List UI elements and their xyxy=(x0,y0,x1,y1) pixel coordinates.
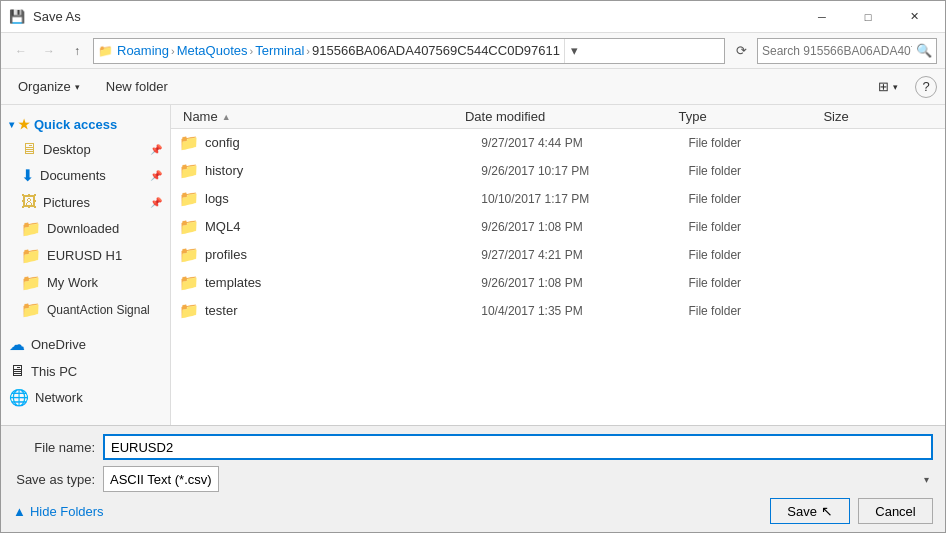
breadcrumb: Roaming › MetaQuotes › Terminal › 915566… xyxy=(117,43,560,58)
documents-folder-icon: ⬇ xyxy=(21,166,34,185)
button-row: ▲ Hide Folders Save ↖ Cancel xyxy=(13,498,933,524)
view-icon: ⊞ xyxy=(878,79,889,94)
file-date: 9/26/2017 1:08 PM xyxy=(481,220,688,234)
crumb-current: 915566BA06ADA407569C544CC0D97611 xyxy=(312,43,560,58)
table-row[interactable]: 📁 profiles 9/27/2017 4:21 PM File folder xyxy=(171,241,945,269)
sidebar-item-desktop-label: Desktop xyxy=(43,142,91,157)
file-name: profiles xyxy=(205,247,481,262)
sidebar-item-desktop[interactable]: 🖥 Desktop 📌 xyxy=(1,136,170,162)
my-work-folder-icon: 📁 xyxy=(21,273,41,292)
new-folder-label: New folder xyxy=(106,79,168,94)
sidebar-item-onedrive-label: OneDrive xyxy=(31,337,86,352)
back-button[interactable]: ← xyxy=(9,39,33,63)
main-content: ▾ ★ Quick access 🖥 Desktop 📌 ⬇ Documents… xyxy=(1,105,945,425)
minimize-button[interactable]: ─ xyxy=(799,1,845,33)
window-icon: 💾 xyxy=(9,9,25,25)
table-row[interactable]: 📁 templates 9/26/2017 1:08 PM File folde… xyxy=(171,269,945,297)
help-button[interactable]: ? xyxy=(915,76,937,98)
folder-icon: 📁 xyxy=(179,189,199,208)
saveas-label: Save as type: xyxy=(13,472,103,487)
crumb-sep-2: › xyxy=(250,45,254,57)
saveas-select[interactable]: ASCII Text (*.csv)CSV (*.csv)Excel (*.xl… xyxy=(103,466,219,492)
desktop-folder-icon: 🖥 xyxy=(21,140,37,158)
folder-icon: 📁 xyxy=(179,217,199,236)
quick-access-star-icon: ★ xyxy=(18,117,30,132)
col-header-type[interactable]: Type xyxy=(674,109,819,124)
save-button[interactable]: Save ↖ xyxy=(770,498,850,524)
table-row[interactable]: 📁 tester 10/4/2017 1:35 PM File folder xyxy=(171,297,945,325)
file-list-area: Name ▲ Date modified Type Size 📁 config … xyxy=(171,105,945,425)
table-row[interactable]: 📁 logs 10/10/2017 1:17 PM File folder xyxy=(171,185,945,213)
table-row[interactable]: 📁 history 9/26/2017 10:17 PM File folder xyxy=(171,157,945,185)
sort-arrow: ▲ xyxy=(222,112,231,122)
sidebar-item-eurusd[interactable]: 📁 EURUSD H1 xyxy=(1,242,170,269)
sidebar-item-network-label: Network xyxy=(35,390,83,405)
file-type: File folder xyxy=(688,276,826,290)
quick-access-label: Quick access xyxy=(34,117,117,132)
crumb-metaquotes[interactable]: MetaQuotes xyxy=(177,43,248,58)
sidebar-item-quant-label: QuantAction Signal xyxy=(47,303,150,317)
cursor-icon: ↖ xyxy=(821,503,833,519)
filename-label: File name: xyxy=(13,440,103,455)
file-date: 9/26/2017 10:17 PM xyxy=(481,164,688,178)
filename-input[interactable] xyxy=(103,434,933,460)
new-folder-button[interactable]: New folder xyxy=(97,74,177,99)
cancel-button[interactable]: Cancel xyxy=(858,498,933,524)
file-name: MQL4 xyxy=(205,219,481,234)
breadcrumb-icon: 📁 xyxy=(98,44,113,58)
folder-icon: 📁 xyxy=(179,245,199,264)
search-box[interactable]: 🔍 xyxy=(757,38,937,64)
eurusd-folder-icon: 📁 xyxy=(21,246,41,265)
address-dropdown-button[interactable]: ▾ xyxy=(564,39,584,63)
sidebar-item-downloaded[interactable]: 📁 Downloaded xyxy=(1,215,170,242)
help-icon: ? xyxy=(922,79,929,94)
col-header-date[interactable]: Date modified xyxy=(461,109,674,124)
col-header-size[interactable]: Size xyxy=(819,109,937,124)
quick-access-header[interactable]: ▾ ★ Quick access xyxy=(1,113,170,136)
quick-access-arrow: ▾ xyxy=(9,119,14,130)
sidebar-item-quant[interactable]: 📁 QuantAction Signal xyxy=(1,296,170,323)
sidebar-item-documents[interactable]: ⬇ Documents 📌 xyxy=(1,162,170,189)
sidebar-item-network[interactable]: 🌐 Network xyxy=(1,384,170,411)
file-date: 9/27/2017 4:21 PM xyxy=(481,248,688,262)
sidebar-item-pictures[interactable]: 🖼 Pictures 📌 xyxy=(1,189,170,215)
col-type-label: Type xyxy=(678,109,706,124)
col-name-label: Name xyxy=(183,109,218,124)
hide-folders-arrow: ▲ xyxy=(13,504,26,519)
sidebar-item-my-work[interactable]: 📁 My Work xyxy=(1,269,170,296)
crumb-sep-3: › xyxy=(306,45,310,57)
sidebar-item-pictures-label: Pictures xyxy=(43,195,90,210)
organize-dropdown-icon: ▾ xyxy=(75,82,80,92)
table-row[interactable]: 📁 MQL4 9/26/2017 1:08 PM File folder xyxy=(171,213,945,241)
forward-button[interactable]: → xyxy=(37,39,61,63)
col-header-name[interactable]: Name ▲ xyxy=(179,109,461,124)
file-date: 10/10/2017 1:17 PM xyxy=(481,192,688,206)
address-bar[interactable]: 📁 Roaming › MetaQuotes › Terminal › 9155… xyxy=(93,38,725,64)
window-title: Save As xyxy=(33,9,81,24)
sidebar-item-documents-label: Documents xyxy=(40,168,106,183)
maximize-button[interactable]: □ xyxy=(845,1,891,33)
search-input[interactable] xyxy=(762,44,912,58)
file-name: tester xyxy=(205,303,481,318)
crumb-terminal[interactable]: Terminal xyxy=(255,43,304,58)
title-controls: ─ □ ✕ xyxy=(799,1,937,33)
refresh-button[interactable]: ⟳ xyxy=(729,39,753,63)
table-row[interactable]: 📁 config 9/27/2017 4:44 PM File folder xyxy=(171,129,945,157)
sidebar-item-onedrive[interactable]: ☁ OneDrive xyxy=(1,331,170,358)
view-dropdown-icon: ▾ xyxy=(893,82,898,92)
crumb-roaming[interactable]: Roaming xyxy=(117,43,169,58)
sidebar-item-eurusd-label: EURUSD H1 xyxy=(47,248,122,263)
title-bar: 💾 Save As ─ □ ✕ xyxy=(1,1,945,33)
file-type: File folder xyxy=(688,220,826,234)
hide-folders-button[interactable]: ▲ Hide Folders xyxy=(13,504,104,519)
file-name: templates xyxy=(205,275,481,290)
organize-button[interactable]: Organize ▾ xyxy=(9,74,89,99)
file-type: File folder xyxy=(688,304,826,318)
close-button[interactable]: ✕ xyxy=(891,1,937,33)
toolbar: Organize ▾ New folder ⊞ ▾ ? xyxy=(1,69,945,105)
up-button[interactable]: ↑ xyxy=(65,39,89,63)
file-list: 📁 config 9/27/2017 4:44 PM File folder 📁… xyxy=(171,129,945,425)
sidebar-item-this-pc[interactable]: 🖥 This PC xyxy=(1,358,170,384)
downloaded-folder-icon: 📁 xyxy=(21,219,41,238)
view-button[interactable]: ⊞ ▾ xyxy=(869,74,907,99)
